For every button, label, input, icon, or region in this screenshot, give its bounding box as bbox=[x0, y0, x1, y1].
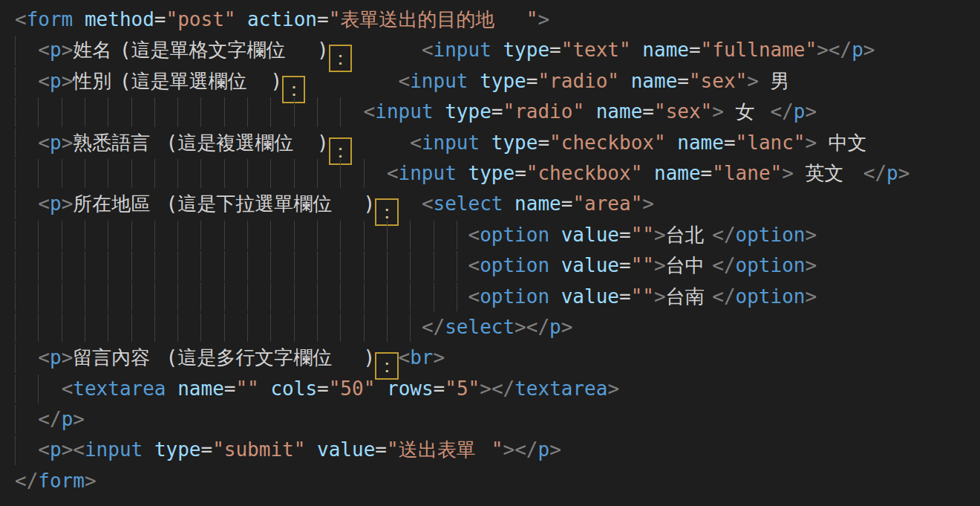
token-text bbox=[503, 192, 514, 215]
code-line[interactable]: <p>姓名(這是單格文字欄位)： <input type="text" name… bbox=[15, 35, 980, 65]
token-punctuation: < bbox=[468, 254, 480, 276]
indent-guide bbox=[38, 221, 39, 250]
indent-whitespace bbox=[15, 438, 38, 461]
indent-guide bbox=[108, 251, 108, 280]
token-string: "radio" bbox=[538, 70, 619, 92]
code-line[interactable]: <p>熟悉語言(這是複選欄位)： <input type="checkbox" … bbox=[15, 128, 980, 158]
token-text bbox=[631, 39, 643, 61]
indent-guide bbox=[364, 251, 365, 280]
indent-guide bbox=[131, 97, 132, 126]
code-line[interactable]: </form> bbox=[15, 466, 980, 496]
token-text bbox=[549, 224, 561, 246]
token-text bbox=[73, 8, 85, 30]
code-line[interactable]: <p><input type="submit" value="送出表單"></p… bbox=[15, 435, 980, 465]
token-text bbox=[480, 132, 491, 154]
indent-guide bbox=[340, 251, 341, 280]
code-line[interactable]: <p>留言內容(這是多行文字欄位)：<br> bbox=[15, 343, 980, 373]
code-line[interactable]: <input type="checkbox" name="lane"> 英文 <… bbox=[15, 158, 980, 189]
indent-whitespace bbox=[15, 70, 38, 92]
indent-guide bbox=[200, 221, 201, 250]
token-tag-name: br bbox=[410, 346, 433, 369]
token-text: = bbox=[701, 162, 713, 184]
indent-guide bbox=[270, 97, 271, 126]
token-text: 姓名 bbox=[73, 35, 120, 65]
indent-guide bbox=[85, 221, 85, 250]
indent-guide bbox=[154, 282, 155, 311]
token-text: ) bbox=[317, 132, 329, 154]
token-tag-name: p bbox=[886, 162, 898, 184]
indent-guide bbox=[15, 129, 16, 158]
indent-whitespace bbox=[15, 346, 38, 369]
indent-guide bbox=[200, 97, 201, 126]
token-punctuation: < bbox=[38, 346, 50, 369]
code-line[interactable]: <form method="post" action="表單送出的目的地"> bbox=[15, 4, 980, 35]
indent-guide bbox=[340, 282, 341, 311]
token-string: "text" bbox=[561, 39, 631, 61]
token-punctuation: </ bbox=[863, 162, 886, 184]
token-tag-name: form bbox=[27, 8, 74, 30]
token-text bbox=[619, 70, 631, 92]
code-line[interactable]: <p>所在地區(這是下拉選單欄位)： <select name="area"> bbox=[15, 189, 980, 219]
token-attribute-name: name bbox=[677, 132, 724, 154]
token-text: 熟悉語言 bbox=[73, 128, 166, 158]
code-line[interactable]: <option value="">台北</option> bbox=[15, 220, 980, 250]
indent-guide bbox=[154, 97, 155, 126]
code-line[interactable]: <p>性別(這是單選欄位)： <input type="radio" name=… bbox=[15, 66, 980, 97]
code-line[interactable]: </p> bbox=[15, 404, 980, 435]
token-text: 女 bbox=[736, 97, 759, 127]
indent-guide bbox=[410, 282, 411, 311]
indent-guide bbox=[85, 159, 85, 188]
token-text: ( bbox=[166, 192, 178, 215]
indent-whitespace bbox=[15, 408, 38, 430]
token-string: "" bbox=[631, 254, 654, 276]
indent-guide bbox=[270, 282, 271, 311]
indent-guide bbox=[247, 97, 248, 126]
indent-guide bbox=[85, 97, 85, 126]
token-string: "50" bbox=[329, 377, 376, 400]
indent-guide bbox=[224, 251, 225, 280]
indent-guide bbox=[15, 282, 16, 311]
indent-guide bbox=[15, 221, 16, 250]
indent-guide bbox=[340, 97, 341, 126]
code-line[interactable]: <option value="">台南</option> bbox=[15, 282, 980, 312]
indent-guide bbox=[15, 36, 16, 65]
token-punctuation: < bbox=[468, 224, 480, 246]
token-punctuation: > bbox=[514, 316, 526, 338]
indent-guide bbox=[457, 282, 457, 311]
token-text bbox=[468, 70, 480, 92]
token-text: = bbox=[375, 438, 387, 461]
code-line[interactable]: </select></p> bbox=[15, 312, 980, 343]
indent-guide bbox=[15, 374, 16, 403]
token-tag-name: select bbox=[434, 192, 503, 215]
indent-guide bbox=[340, 313, 341, 342]
token-string: "fullname" bbox=[701, 39, 817, 61]
token-text: = bbox=[317, 8, 329, 30]
code-line[interactable]: <option value="">台中</option> bbox=[15, 250, 980, 281]
indent-whitespace bbox=[15, 224, 468, 246]
indent-guide bbox=[247, 159, 248, 188]
indent-guide bbox=[247, 251, 248, 280]
indent-guide bbox=[85, 282, 85, 311]
indent-guide bbox=[131, 313, 132, 342]
token-text: ( bbox=[120, 39, 131, 61]
token-punctuation: </ bbox=[38, 408, 61, 430]
token-punctuation: > bbox=[85, 470, 97, 492]
code-editor[interactable]: <form method="post" action="表單送出的目的地"> <… bbox=[0, 0, 980, 506]
token-tag-name: p bbox=[50, 438, 62, 461]
indent-guide bbox=[340, 159, 341, 188]
token-text: = bbox=[642, 100, 654, 123]
token-tag-name: input bbox=[422, 132, 480, 154]
token-text: ) bbox=[270, 70, 282, 92]
indent-guide bbox=[108, 313, 108, 342]
token-text bbox=[549, 285, 561, 308]
token-punctuation: > bbox=[480, 377, 491, 400]
token-punctuation: > bbox=[62, 346, 74, 369]
indent-guide bbox=[131, 159, 132, 188]
token-text bbox=[375, 377, 387, 400]
token-punctuation: > bbox=[62, 438, 74, 461]
code-line[interactable]: <textarea name="" cols="50" rows="5"></t… bbox=[15, 374, 980, 404]
token-attribute-name: rows bbox=[387, 377, 434, 400]
token-text: 這是單選欄位 bbox=[131, 66, 271, 97]
indent-guide bbox=[247, 313, 248, 342]
code-line[interactable]: <input type="radio" name="sex"> 女 </p> bbox=[15, 97, 980, 127]
